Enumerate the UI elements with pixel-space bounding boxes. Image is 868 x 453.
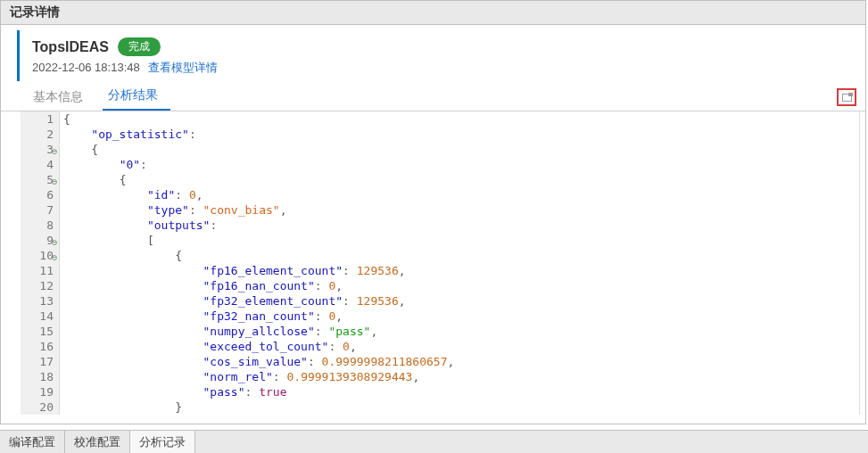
code-line: "pass": true: [63, 384, 859, 399]
code-line: {: [63, 142, 859, 157]
expand-button[interactable]: [837, 88, 856, 106]
line-number: 9⊖: [29, 233, 54, 248]
code-line: "norm_rel": 0.9999139308929443,: [63, 369, 859, 384]
code-line: {: [63, 172, 859, 187]
code-line: [: [63, 233, 859, 248]
line-number: 10⊖: [29, 248, 54, 263]
code-viewer: 123⊖45⊖6789⊖10⊖11121314151617181920 { "o…: [21, 111, 860, 415]
fold-toggle-icon[interactable]: ⊖: [49, 235, 57, 243]
status-badge: 完成: [118, 37, 161, 56]
code-line: "outputs":: [63, 218, 859, 233]
bottom-tab-compile[interactable]: 编译配置: [0, 431, 65, 453]
line-number: 19: [29, 384, 54, 399]
line-number: 3⊖: [29, 142, 54, 157]
line-number: 14: [29, 309, 54, 324]
code-line: "op_statistic":: [63, 127, 859, 142]
code-line: }: [63, 399, 859, 415]
line-number: 6: [29, 187, 54, 202]
detail-tabs: 基本信息 分析结果: [1, 85, 865, 111]
line-number: 13: [29, 293, 54, 309]
code-line: "numpy_allclose": "pass",: [63, 324, 859, 339]
fold-toggle-icon[interactable]: ⊖: [49, 174, 57, 182]
bottom-tab-calibrate[interactable]: 校准配置: [65, 431, 130, 453]
code-line: "cos_sim_value": 0.9999998211860657,: [63, 354, 859, 369]
code-line: {: [63, 248, 859, 263]
line-number: 20: [29, 399, 54, 415]
record-timestamp: 2022-12-06 18:13:48: [32, 61, 140, 74]
line-number: 2: [29, 127, 54, 142]
code-line: "fp16_element_count": 129536,: [63, 263, 859, 278]
bottom-tab-analyze[interactable]: 分析记录: [130, 431, 195, 453]
code-line: "type": "conv_bias",: [63, 202, 859, 218]
line-number: 18: [29, 369, 54, 384]
code-line: "exceed_tol_count": 0,: [63, 339, 859, 354]
line-number: 16: [29, 339, 54, 354]
line-number: 4: [29, 157, 54, 172]
code-content[interactable]: { "op_statistic": { "0": { "id": 0, "typ…: [60, 111, 859, 415]
bottom-tab-bar: 编译配置 校准配置 分析记录: [0, 430, 868, 453]
code-line: "0":: [63, 157, 859, 172]
line-number: 8: [29, 218, 54, 233]
line-number: 7: [29, 202, 54, 218]
code-line: "fp16_nan_count": 0,: [63, 278, 859, 293]
view-model-detail-link[interactable]: 查看模型详情: [148, 61, 218, 74]
line-number: 15: [29, 324, 54, 339]
fold-toggle-icon[interactable]: ⊖: [49, 250, 57, 258]
code-line: {: [63, 111, 859, 127]
line-number: 11: [29, 263, 54, 278]
line-number: 1: [29, 111, 54, 127]
record-name: TopsIDEAS: [32, 39, 109, 55]
code-line: "id": 0,: [63, 187, 859, 202]
code-line: "fp32_element_count": 129536,: [63, 293, 859, 309]
line-number: 17: [29, 354, 54, 369]
code-line: "fp32_nan_count": 0,: [63, 309, 859, 324]
line-number: 12: [29, 278, 54, 293]
record-header: TopsIDEAS 完成 2022-12-06 18:13:48 查看模型详情: [17, 30, 856, 81]
line-gutter: 123⊖45⊖6789⊖10⊖11121314151617181920: [21, 111, 60, 415]
tab-analysis-result[interactable]: 分析结果: [103, 82, 170, 111]
expand-icon: [842, 94, 852, 102]
panel-title: 记录详情: [1, 1, 865, 25]
tab-basic-info[interactable]: 基本信息: [28, 84, 95, 111]
fold-toggle-icon[interactable]: ⊖: [49, 144, 57, 152]
line-number: 5⊖: [29, 172, 54, 187]
